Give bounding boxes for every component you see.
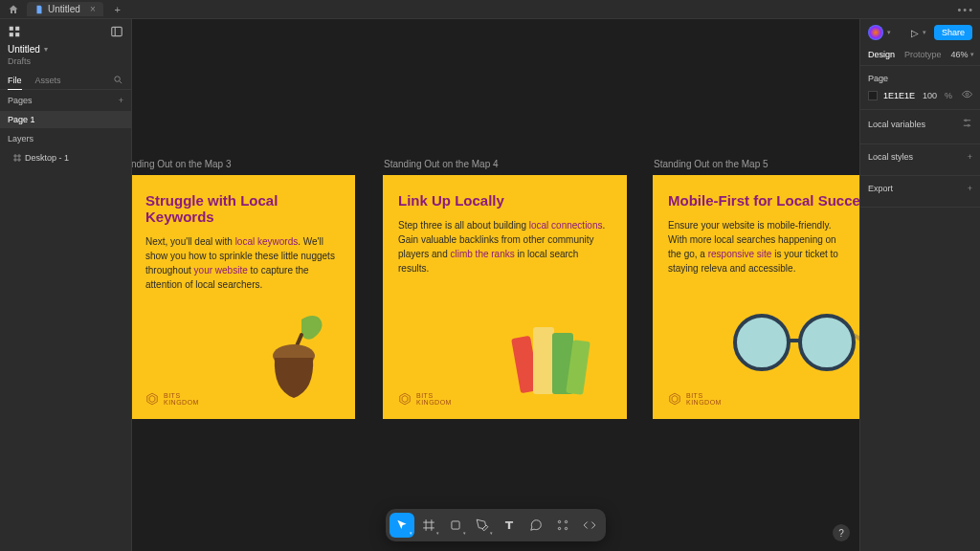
file-name: Untitled (8, 44, 40, 55)
local-variables-label: Local variables (868, 120, 925, 129)
frame-icon (13, 154, 21, 162)
settings-icon[interactable] (962, 118, 972, 130)
page-section-label: Page (868, 74, 888, 83)
move-tool[interactable]: ▾ (390, 513, 414, 538)
frame-standing-out-3[interactable]: nding Out on the Map 3 Struggle with Loc… (132, 159, 355, 419)
shape-tool[interactable]: ▾ (443, 513, 468, 538)
frame-tool[interactable]: ▾ (416, 513, 441, 538)
visibility-toggle-icon[interactable] (962, 89, 972, 101)
svg-marker-24 (670, 393, 680, 405)
canvas[interactable]: nding Out on the Map 3 Struggle with Loc… (132, 19, 859, 551)
color-swatch[interactable] (868, 91, 878, 100)
svg-rect-4 (112, 27, 122, 35)
file-name-row[interactable]: Untitled ▾ (0, 44, 131, 56)
bits-kingdom-logo: BITS KINGDOM (668, 392, 722, 406)
layers-label: Layers (8, 134, 33, 143)
svg-rect-3 (15, 33, 19, 36)
app-menu-button[interactable]: ••• (957, 4, 974, 15)
chevron-down-icon[interactable]: ▾ (887, 29, 891, 36)
svg-point-32 (565, 520, 567, 522)
svg-point-38 (965, 120, 967, 121)
add-export-button[interactable]: + (968, 184, 972, 193)
books-illustration (506, 308, 598, 402)
svg-point-6 (115, 77, 121, 82)
share-button[interactable]: Share (934, 25, 972, 40)
main-menu-icon[interactable] (8, 25, 21, 38)
layer-item[interactable]: Desktop - 1 (0, 149, 131, 166)
svg-marker-25 (672, 396, 678, 403)
svg-rect-16 (533, 327, 554, 394)
frame-standing-out-5[interactable]: Standing Out on the Map 5 Mobile-First f… (653, 159, 859, 419)
acorn-illustration (263, 312, 338, 402)
present-button[interactable]: ▷ (911, 28, 919, 38)
user-avatar[interactable] (868, 25, 883, 40)
svg-point-23 (800, 316, 854, 369)
search-icon[interactable] (113, 75, 123, 87)
glasses-illustration (716, 312, 859, 381)
svg-point-35 (966, 93, 969, 96)
close-tab-icon[interactable]: × (90, 4, 96, 14)
bits-kingdom-logo: BITS KINGDOM (398, 392, 452, 406)
frame-label: Standing Out on the Map 5 (653, 159, 859, 169)
card-title: Mobile-First for Local Succe (668, 192, 844, 209)
svg-point-33 (558, 527, 560, 529)
svg-point-31 (558, 520, 560, 522)
svg-point-34 (565, 527, 567, 529)
page-item[interactable]: Page 1 (0, 111, 131, 128)
chevron-down-icon[interactable]: ▾ (923, 29, 926, 36)
svg-marker-19 (400, 393, 411, 405)
right-sidebar: ▾ ▷ ▾ Share Design Prototype 46%▾ Page 1… (859, 19, 980, 551)
document-icon (34, 5, 44, 14)
svg-rect-0 (10, 27, 13, 31)
svg-line-7 (120, 81, 122, 83)
color-hex[interactable]: 1E1E1E (883, 91, 917, 100)
svg-point-39 (968, 124, 969, 126)
help-button[interactable]: ? (833, 524, 850, 541)
tab-prototype[interactable]: Prototype (904, 50, 942, 59)
add-style-button[interactable]: + (968, 152, 972, 162)
tab-file[interactable]: File (8, 76, 22, 90)
tab-design[interactable]: Design (868, 50, 895, 59)
document-tab[interactable]: Untitled × (27, 2, 103, 16)
svg-rect-30 (452, 521, 459, 529)
file-location[interactable]: Drafts (0, 56, 131, 72)
home-icon[interactable] (6, 2, 21, 17)
svg-rect-2 (10, 33, 13, 36)
card-body: Step three is all about building local c… (398, 218, 612, 276)
tab-title: Untitled (48, 4, 80, 14)
local-styles-label: Local styles (868, 152, 913, 162)
new-tab-button[interactable]: + (111, 4, 124, 15)
background-color-row[interactable]: 1E1E1E 100 % (868, 89, 972, 101)
svg-rect-1 (15, 27, 19, 31)
frame-label: nding Out on the Map 3 (132, 159, 355, 169)
pages-section-header: Pages + (0, 90, 131, 111)
frame-standing-out-4[interactable]: Standing Out on the Map 4 Link Up Locall… (383, 159, 627, 419)
svg-marker-14 (149, 396, 155, 403)
comment-tool[interactable] (523, 513, 548, 538)
card-body: Ensure your website is mobile-friendly. … (668, 218, 844, 276)
add-page-button[interactable]: + (119, 96, 123, 105)
export-label: Export (868, 184, 893, 193)
dev-mode-tool[interactable] (577, 513, 602, 538)
opacity-value[interactable]: 100 (923, 91, 937, 100)
bottom-toolbar: ▾ ▾ ▾ ▾ (386, 509, 606, 541)
chevron-down-icon: ▾ (44, 45, 48, 54)
svg-point-22 (735, 316, 789, 369)
pen-tool[interactable]: ▾ (470, 513, 495, 538)
left-sidebar: Untitled ▾ Drafts File Assets Pages + Pa… (0, 19, 132, 551)
panel-toggle-icon[interactable] (110, 25, 123, 38)
svg-marker-13 (147, 393, 158, 405)
pages-label: Pages (8, 96, 33, 105)
title-bar: Untitled × + ••• (0, 0, 980, 19)
frame-label: Standing Out on the Map 4 (383, 159, 627, 169)
layer-name: Desktop - 1 (25, 153, 69, 163)
layers-section-header: Layers (0, 128, 131, 149)
zoom-control[interactable]: 46%▾ (951, 50, 974, 59)
text-tool[interactable] (497, 513, 522, 538)
tab-assets[interactable]: Assets (35, 76, 61, 85)
card-title: Struggle with Local Keywords (145, 192, 340, 225)
card-title: Link Up Locally (398, 192, 612, 209)
actions-tool[interactable] (550, 513, 575, 538)
bits-kingdom-logo: BITS KINGDOM (145, 392, 199, 406)
left-tabs: File Assets (0, 72, 131, 90)
